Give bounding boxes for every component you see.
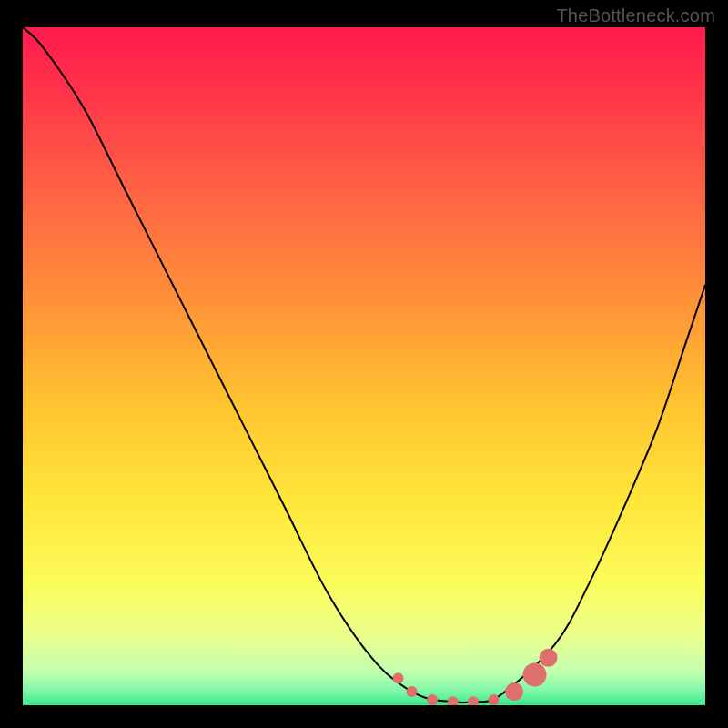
curve-marker xyxy=(407,686,418,697)
curve-marker xyxy=(393,672,404,683)
curve-marker xyxy=(523,662,547,686)
watermark-text: TheBottleneck.com xyxy=(556,5,715,26)
curve-marker xyxy=(427,694,438,705)
bottleneck-chart xyxy=(0,0,728,728)
curve-marker xyxy=(505,682,523,701)
plot-background xyxy=(23,27,705,705)
curve-marker xyxy=(540,649,558,667)
curve-marker xyxy=(468,696,479,707)
chart-container: TheBottleneck.com xyxy=(0,0,728,728)
curve-marker xyxy=(448,696,459,707)
curve-marker xyxy=(489,694,500,705)
